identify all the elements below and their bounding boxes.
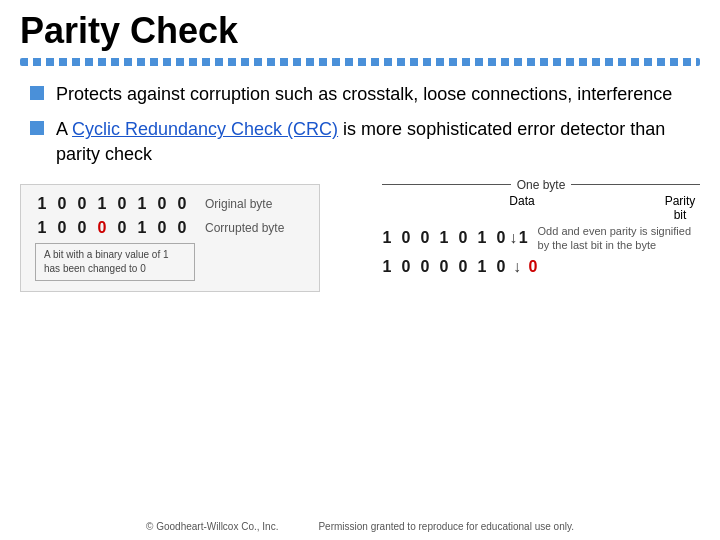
bit: 0 (75, 219, 89, 237)
top-diagram: 1 0 0 1 0 1 0 0 Original byte 1 0 (20, 184, 350, 292)
bit: 0 (494, 258, 508, 276)
bit: 0 (155, 219, 169, 237)
footer-copyright: © Goodheart-Willcox Co., Inc. (146, 521, 278, 532)
bit: 0 (456, 229, 470, 247)
bit: 0 (175, 195, 189, 213)
one-byte-label: One byte (511, 178, 572, 192)
bullet-text-2: A Cyclic Redundancy Check (CRC) is more … (56, 117, 700, 167)
bit: 0 (399, 229, 413, 247)
bit: 0 (175, 219, 189, 237)
bit: 1 (475, 229, 489, 247)
bit: 1 (35, 219, 49, 237)
bit: 0 (55, 219, 69, 237)
list-item: A Cyclic Redundancy Check (CRC) is more … (30, 117, 700, 167)
bit: 1 (475, 258, 489, 276)
bit: 1 (95, 195, 109, 213)
bit: 0 (399, 258, 413, 276)
parity-bits-2: 1 0 0 0 0 1 0 (380, 258, 508, 276)
bit: 0 (418, 229, 432, 247)
bit: 0 (75, 195, 89, 213)
diagram-area: 1 0 0 1 0 1 0 0 Original byte 1 0 (20, 184, 700, 292)
bit: 1 (135, 219, 149, 237)
bit: 1 (437, 229, 451, 247)
bullet-text-1: Protects against corruption such as cros… (56, 82, 700, 107)
crc-link[interactable]: Cyclic Redundancy Check (CRC) (72, 119, 338, 139)
bit: 0 (494, 229, 508, 247)
bit: 0 (456, 258, 470, 276)
bit: 0 (418, 258, 432, 276)
bit: 1 (135, 195, 149, 213)
page: Parity Check Protects against corruption… (0, 0, 720, 540)
parity-sub-label: Parity bit (660, 194, 700, 222)
annotation-box: A bit with a binary value of 1 has been … (35, 243, 195, 281)
bit: 0 (115, 219, 129, 237)
original-byte-row: 1 0 0 1 0 1 0 0 Original byte (35, 195, 305, 213)
bullet-text-before: A (56, 119, 72, 139)
bullet-icon (30, 121, 44, 135)
page-title: Parity Check (20, 10, 700, 52)
parity-bit-value-1: 1 (519, 229, 528, 247)
bit: 1 (35, 195, 49, 213)
corrupted-byte-label: Corrupted byte (205, 221, 284, 235)
bit: 1 (380, 229, 394, 247)
corrupted-byte-row: 1 0 0 0 0 1 0 0 Corrupted byte (35, 219, 305, 237)
parity-row-1: 1 0 0 1 0 1 0 ↓ 1 Odd and even parity is… (370, 224, 700, 253)
parity-bits-1: 1 0 0 1 0 1 0 (380, 229, 508, 247)
corrupted-bits: 1 0 0 0 0 1 0 0 (35, 219, 189, 237)
bit-highlighted: 0 (95, 219, 109, 237)
bit: 0 (115, 195, 129, 213)
original-bits: 1 0 0 1 0 1 0 0 (35, 195, 189, 213)
bit: 0 (55, 195, 69, 213)
bit: 0 (437, 258, 451, 276)
bullet-icon (30, 86, 44, 100)
parity-bit-value-2: 0 (526, 258, 540, 276)
list-item: Protects against corruption such as cros… (30, 82, 700, 107)
decorative-border (20, 56, 700, 68)
sub-labels: Data Parity bit (384, 194, 700, 222)
bit: 1 (380, 258, 394, 276)
footer-permission: Permission granted to reproduce for educ… (318, 521, 574, 532)
bit: 0 (155, 195, 169, 213)
original-byte-label: Original byte (205, 197, 272, 211)
footer: © Goodheart-Willcox Co., Inc. Permission… (0, 521, 720, 532)
bullet-list: Protects against corruption such as cros… (20, 82, 700, 168)
data-sub-label: Data (384, 194, 660, 222)
parity-row-2: 1 0 0 0 0 1 0 ↓ 0 (370, 258, 700, 276)
parity-side-note: Odd and even parity is signified by the … (538, 224, 700, 253)
bottom-diagram: One byte Data Parity bit 1 0 0 1 0 1 (370, 178, 700, 281)
